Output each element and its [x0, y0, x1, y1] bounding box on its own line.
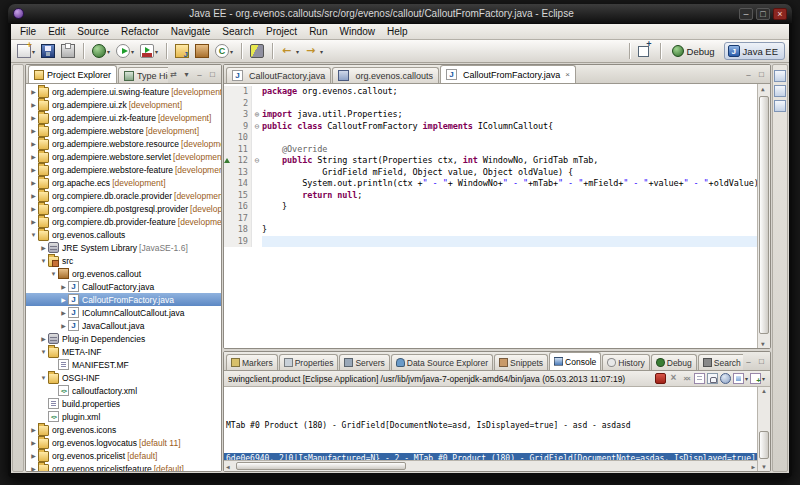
- collapsed-arrow-icon[interactable]: ▶: [29, 465, 38, 471]
- tree-item-org-evenos-callouts[interactable]: ▼org.evenos.callouts: [26, 228, 221, 241]
- expanded-arrow-icon[interactable]: ▼: [49, 271, 58, 277]
- collapsed-arrow-icon[interactable]: ▶: [59, 309, 68, 316]
- menu-run[interactable]: Run: [303, 25, 333, 38]
- fold-plus-icon[interactable]: ⊕: [251, 109, 262, 121]
- tree-item-org-evenos-logvocatus[interactable]: ▶org.evenos.logvocatus [default 11]: [26, 436, 221, 449]
- editor-tab-calloutfactory-java[interactable]: CalloutFactory.java: [226, 67, 331, 83]
- collapsed-arrow-icon[interactable]: ▶: [29, 426, 38, 433]
- minimize-view-icon[interactable]: [194, 70, 205, 81]
- minimize-panel-icon[interactable]: [743, 357, 754, 368]
- tree-item-org-adempiere-webstore-servlet[interactable]: ▶org.adempiere.webstore.servlet [develop…: [26, 150, 221, 163]
- perspective-java-ee[interactable]: Java EE: [724, 42, 785, 60]
- title-bar[interactable]: Java EE - org.evenos.callouts/src/org/ev…: [8, 4, 792, 23]
- scrollbar-thumb[interactable]: [236, 462, 406, 470]
- collapsed-arrow-icon[interactable]: ▶: [29, 192, 38, 199]
- outline-view-icon[interactable]: [774, 85, 786, 97]
- tree-item-calloutfactory-java[interactable]: ▶CalloutFactory.java: [26, 280, 221, 293]
- maximize-button[interactable]: [756, 8, 770, 20]
- clear-console-button[interactable]: [693, 373, 706, 384]
- menu-window[interactable]: Window: [333, 25, 381, 38]
- print-button[interactable]: [59, 43, 77, 59]
- tree-item-icolumncalloutcallout-java[interactable]: ▶IColumnCalloutCallout.java: [26, 306, 221, 319]
- code-area[interactable]: 1package org.evenos.callout;23⊕import ja…: [224, 84, 757, 348]
- code-text[interactable]: return null;: [262, 190, 757, 202]
- close-button[interactable]: [773, 8, 787, 20]
- collapsed-arrow-icon[interactable]: ▶: [29, 140, 38, 147]
- view-tab-debug[interactable]: Debug: [651, 354, 697, 370]
- tree-item-build-properties[interactable]: build.properties: [26, 397, 221, 410]
- view-tab-type-hierarchy[interactable]: Type Hierarchy: [118, 67, 168, 83]
- code-text[interactable]: }: [262, 224, 757, 236]
- expanded-arrow-icon[interactable]: ▼: [39, 375, 48, 381]
- maximize-view-icon[interactable]: [207, 70, 218, 81]
- code-text[interactable]: GridField mField, Object value, Object o…: [262, 167, 757, 179]
- scrollbar-thumb[interactable]: [759, 431, 769, 459]
- collapsed-arrow-icon[interactable]: ▶: [29, 452, 38, 459]
- restore-minimized-view-icon[interactable]: [774, 70, 786, 82]
- new-java-project-button[interactable]: [173, 43, 191, 59]
- collapsed-arrow-icon[interactable]: ▶: [59, 283, 68, 290]
- view-tab-properties[interactable]: Properties: [279, 354, 339, 370]
- menu-source[interactable]: Source: [71, 25, 115, 38]
- open-perspective-button[interactable]: [637, 43, 653, 59]
- collapsed-arrow-icon[interactable]: ▶: [39, 335, 48, 342]
- perspective-debug[interactable]: Debug: [668, 42, 722, 60]
- tree-item-org-adempiere-webstore[interactable]: ▶org.adempiere.webstore [development]: [26, 124, 221, 137]
- collapsed-arrow-icon[interactable]: ▶: [59, 296, 68, 303]
- tree-item-org-compiere-db-oracle-provider[interactable]: ▶org.compiere.db.oracle.provider [develo…: [26, 189, 221, 202]
- open-console-button[interactable]: ▾: [749, 373, 766, 384]
- fold-minus-icon[interactable]: ⊖: [251, 155, 262, 167]
- tree-item-osgi-inf[interactable]: ▼OSGI-INF: [26, 371, 221, 384]
- editor-tab-org-evenos-callouts[interactable]: org.evenos.callouts: [332, 67, 439, 83]
- view-tab-data-source-explorer[interactable]: Data Source Explorer: [391, 354, 493, 370]
- tree-item-org-apache-ecs[interactable]: ▶org.apache.ecs [development]: [26, 176, 221, 189]
- back-button[interactable]: ▾: [279, 43, 301, 59]
- debug-button[interactable]: ▾: [90, 43, 112, 59]
- tree-item-org-evenos-pricelist[interactable]: ▶org.evenos.pricelist [default]: [26, 449, 221, 462]
- console-horizontal-scrollbar[interactable]: [224, 460, 757, 471]
- view-tab-history[interactable]: History: [602, 354, 649, 370]
- view-tab-console[interactable]: Console: [549, 352, 601, 370]
- code-text[interactable]: [262, 132, 757, 144]
- tree-item-plugin-xml[interactable]: plugin.xml: [26, 410, 221, 423]
- external-tools-button[interactable]: ▾: [138, 43, 160, 59]
- menu-search[interactable]: Search: [216, 25, 260, 38]
- code-text[interactable]: package org.evenos.callout;: [262, 86, 757, 98]
- tree-item-src[interactable]: ▼src: [26, 254, 221, 267]
- collapsed-arrow-icon[interactable]: ▶: [29, 205, 38, 212]
- menu-project[interactable]: Project: [260, 25, 303, 38]
- collapsed-arrow-icon[interactable]: ▶: [29, 439, 38, 446]
- minimize-editor-icon[interactable]: [743, 70, 754, 81]
- expanded-arrow-icon[interactable]: ▼: [39, 258, 48, 264]
- code-text[interactable]: [262, 213, 757, 225]
- collapsed-arrow-icon[interactable]: ▶: [29, 179, 38, 186]
- collapsed-arrow-icon[interactable]: ▶: [59, 322, 68, 329]
- code-text[interactable]: import java.util.Properties;: [262, 109, 757, 121]
- collapsed-arrow-icon[interactable]: ▶: [29, 218, 38, 225]
- fold-minus-icon[interactable]: ⊖: [251, 121, 262, 133]
- code-text[interactable]: [262, 236, 757, 248]
- collapsed-arrow-icon[interactable]: ▶: [29, 88, 38, 95]
- menu-edit[interactable]: Edit: [42, 25, 71, 38]
- tree-item-org-adempiere-ui-zk-feature[interactable]: ▶org.adempiere.ui.zk-feature [developmen…: [26, 111, 221, 124]
- tree-item-org-evenos-callout[interactable]: ▼org.evenos.callout: [26, 267, 221, 280]
- tree-item-org-adempiere-webstore-feature[interactable]: ▶org.adempiere.webstore-feature [develop…: [26, 163, 221, 176]
- templates-view-icon[interactable]: [774, 100, 786, 112]
- scroll-lock-button[interactable]: [706, 373, 719, 384]
- tree-item-calloutfromfactory-java[interactable]: ▶CalloutFromFactory.java: [26, 293, 221, 306]
- tree-item-javacallout-java[interactable]: ▶JavaCallout.java: [26, 319, 221, 332]
- view-tab-markers[interactable]: Markers: [226, 354, 278, 370]
- code-text[interactable]: public String start(Properties ctx, int …: [262, 155, 757, 167]
- view-tab-snippets[interactable]: Snippets: [494, 354, 548, 370]
- menu-refactor[interactable]: Refactor: [115, 25, 165, 38]
- code-text[interactable]: @Override: [262, 144, 757, 156]
- new-class-button[interactable]: ▾: [213, 43, 235, 59]
- code-text[interactable]: public class CalloutFromFactory implemen…: [262, 121, 757, 133]
- console-vertical-scrollbar[interactable]: [757, 387, 770, 471]
- maximize-panel-icon[interactable]: [756, 357, 767, 368]
- save-button[interactable]: [39, 43, 57, 59]
- expanded-arrow-icon[interactable]: ▼: [39, 349, 48, 355]
- new-package-button[interactable]: [193, 43, 211, 59]
- tree-item-jre-system-library[interactable]: ▶JRE System Library [JavaSE-1.6]: [26, 241, 221, 254]
- tree-item-org-evenos-icons[interactable]: ▶org.evenos.icons: [26, 423, 221, 436]
